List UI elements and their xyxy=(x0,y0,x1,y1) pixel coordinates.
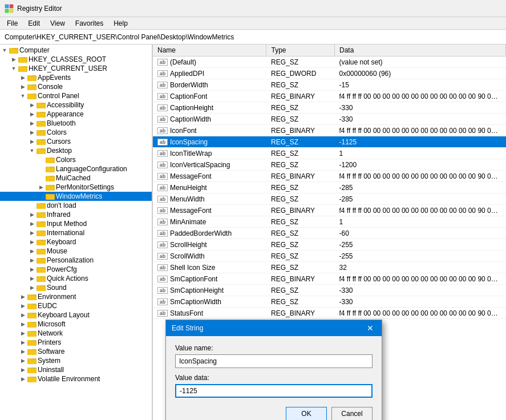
cancel-button[interactable]: Cancel xyxy=(331,407,373,420)
tree-item-permonitor[interactable]: PerMonitorSettings xyxy=(0,183,152,192)
tree-expander[interactable] xyxy=(27,239,37,245)
tree-expander[interactable] xyxy=(18,93,27,99)
tree-item-cursors[interactable]: Cursors xyxy=(0,137,152,146)
tree-expander[interactable] xyxy=(27,130,37,135)
tree-expander[interactable] xyxy=(27,221,37,227)
tree-expander[interactable] xyxy=(27,139,37,144)
tree-item-uninstall[interactable]: Uninstall xyxy=(0,365,152,374)
menu-help[interactable]: Help xyxy=(109,18,132,29)
tree-item-computer[interactable]: Computer xyxy=(0,46,152,55)
tree-item-mouse[interactable]: Mouse xyxy=(0,247,152,256)
tree-item-eudc[interactable]: EUDC xyxy=(0,301,152,310)
table-row[interactable]: abSmCaptionHeightREG_SZ-330 xyxy=(153,285,506,296)
tree-expander[interactable] xyxy=(18,84,27,90)
tree-expander[interactable] xyxy=(37,184,46,190)
tree-item-sound[interactable]: Sound xyxy=(0,283,152,292)
tree-item-hkey_current_user[interactable]: HKEY_CURRENT_USER xyxy=(0,64,152,73)
tree-item-software[interactable]: Software xyxy=(0,347,152,356)
tree-item-system[interactable]: System xyxy=(0,356,152,365)
tree-expander[interactable] xyxy=(27,111,37,117)
tree-expander[interactable] xyxy=(27,266,37,272)
value-data-input[interactable] xyxy=(175,384,373,398)
table-row[interactable]: ab(Default)REG_SZ(value not set) xyxy=(153,56,506,68)
ok-button[interactable]: OK xyxy=(286,407,327,420)
table-row[interactable]: abScrollWidthREG_SZ-255 xyxy=(153,251,506,262)
menu-favorites[interactable]: Favorites xyxy=(71,18,108,29)
table-row[interactable]: abShell Icon SizeREG_SZ32 xyxy=(153,262,506,273)
tree-expander[interactable] xyxy=(27,120,37,126)
table-row[interactable]: abIconFontREG_BINARYf4 ff ff ff 00 00 00… xyxy=(153,125,506,136)
tree-expander[interactable] xyxy=(9,66,18,71)
tree-item-quick_actions[interactable]: Quick Actions xyxy=(0,274,152,283)
tree-expander[interactable] xyxy=(27,230,37,236)
tree-item-control_panel[interactable]: Control Panel xyxy=(0,91,152,100)
tree-item-windowmetrics[interactable]: WindowMetrics xyxy=(0,192,152,201)
table-row[interactable]: abStatusFontREG_BINARYf4 ff ff ff 00 00 … xyxy=(153,308,506,319)
table-row[interactable]: abIconSpacingREG_SZ-1125 xyxy=(153,136,506,148)
table-row[interactable]: abIconTitleWrapREG_SZ1 xyxy=(153,148,506,159)
tree-expander[interactable] xyxy=(18,312,27,318)
tree-expander[interactable] xyxy=(18,294,27,300)
table-row[interactable]: abMessageFontREG_BINARYf4 ff ff ff 00 00… xyxy=(153,205,506,216)
tree-item-volatile_env[interactable]: Volatile Environment xyxy=(0,374,152,383)
value-name-input[interactable] xyxy=(175,354,373,368)
table-row[interactable]: abMessageFontREG_BINARYf4 ff ff ff 00 00… xyxy=(153,171,506,182)
tree-expander[interactable] xyxy=(27,102,37,108)
table-row[interactable]: abPaddedBorderWidthREG_SZ-60 xyxy=(153,228,506,239)
tree-expander[interactable] xyxy=(27,248,37,254)
tree-expander[interactable] xyxy=(18,349,27,354)
tree-item-keyboard[interactable]: Keyboard xyxy=(0,237,152,247)
tree-item-colors2[interactable]: Colors xyxy=(0,155,152,164)
tree-item-network[interactable]: Network xyxy=(0,329,152,338)
tree-item-hkey_classes_root[interactable]: HKEY_CLASSES_ROOT xyxy=(0,55,152,64)
tree-expander[interactable] xyxy=(27,212,37,217)
tree-item-microsoft[interactable]: Microsoft xyxy=(0,320,152,329)
table-row[interactable]: abScrollHeightREG_SZ-255 xyxy=(153,239,506,251)
tree-expander[interactable] xyxy=(18,367,27,373)
menu-file[interactable]: File xyxy=(2,18,22,29)
tree-item-environment[interactable]: Environment xyxy=(0,292,152,301)
tree-item-desktop[interactable]: Desktop xyxy=(0,146,152,155)
tree-item-personalization[interactable]: Personalization xyxy=(0,256,152,265)
tree-expander[interactable] xyxy=(18,321,27,327)
tree-expander[interactable] xyxy=(27,285,37,290)
tree-item-lang_config[interactable]: LanguageConfiguration xyxy=(0,164,152,173)
table-row[interactable]: abSmCaptionWidthREG_SZ-330 xyxy=(153,296,506,308)
tree-item-muicached[interactable]: MuiCached xyxy=(0,173,152,183)
tree-expander[interactable] xyxy=(27,148,37,154)
tree-expander[interactable] xyxy=(27,257,37,263)
tree-expander[interactable] xyxy=(18,340,27,345)
table-row[interactable]: abMenuWidthREG_SZ-285 xyxy=(153,193,506,205)
table-row[interactable]: abCaptionHeightREG_SZ-330 xyxy=(153,102,506,114)
tree-item-colors[interactable]: Colors xyxy=(0,128,152,137)
tree-expander[interactable] xyxy=(0,47,9,53)
table-row[interactable]: abMinAnimateREG_SZ1 xyxy=(153,216,506,228)
table-row[interactable]: abBorderWidthREG_SZ-15 xyxy=(153,79,506,91)
dialog-close-button[interactable]: ✕ xyxy=(365,324,376,333)
table-row[interactable]: abCaptionFontREG_BINARYf4 ff ff ff 00 00… xyxy=(153,91,506,102)
tree-expander[interactable] xyxy=(18,358,27,364)
tree-item-international[interactable]: International xyxy=(0,228,152,237)
table-row[interactable]: abIconVerticalSpacingREG_SZ-1200 xyxy=(153,159,506,171)
table-row[interactable]: abAppliedDPIREG_DWORD0x00000060 (96) xyxy=(153,68,506,79)
table-row[interactable]: abSmCaptionFontREG_BINARYf4 ff ff ff 00 … xyxy=(153,273,506,285)
table-row[interactable]: abMenuHeightREG_SZ-285 xyxy=(153,182,506,193)
tree-item-dontload[interactable]: don't load xyxy=(0,201,152,210)
tree-item-console[interactable]: Console xyxy=(0,82,152,91)
tree-item-printers[interactable]: Printers xyxy=(0,338,152,347)
tree-expander[interactable] xyxy=(18,303,27,309)
table-row[interactable]: abCaptionWidthREG_SZ-330 xyxy=(153,114,506,125)
tree-item-bluetooth[interactable]: Bluetooth xyxy=(0,119,152,128)
tree-item-infrared[interactable]: Infrared xyxy=(0,210,152,219)
tree-item-appevents[interactable]: AppEvents xyxy=(0,73,152,82)
tree-expander[interactable] xyxy=(27,276,37,281)
tree-expander[interactable] xyxy=(9,56,18,62)
tree-item-accessibility[interactable]: Accessibility xyxy=(0,100,152,110)
tree-item-input_method[interactable]: Input Method xyxy=(0,219,152,228)
menu-view[interactable]: View xyxy=(46,18,70,29)
tree-expander[interactable] xyxy=(18,330,27,336)
tree-item-keyboard_layout[interactable]: Keyboard Layout xyxy=(0,310,152,320)
tree-expander[interactable] xyxy=(18,376,27,382)
tree-expander[interactable] xyxy=(18,75,27,80)
tree-item-appearance[interactable]: Appearance xyxy=(0,110,152,119)
